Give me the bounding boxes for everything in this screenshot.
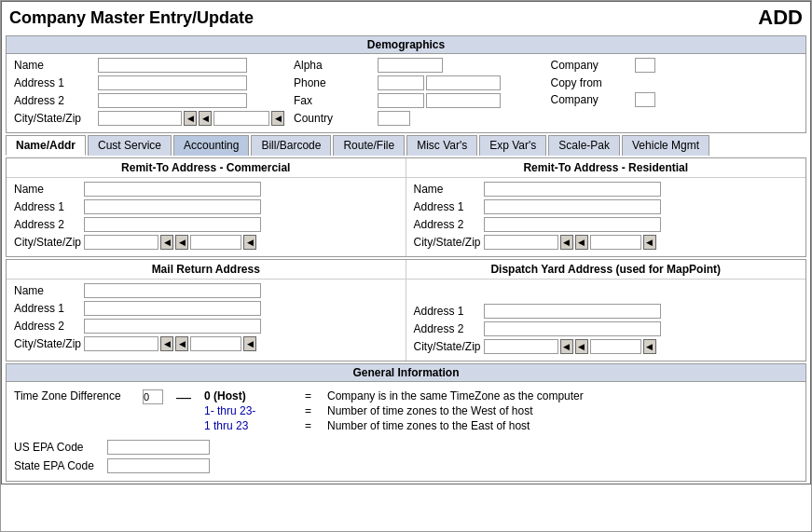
- company-label: Company: [551, 59, 635, 72]
- comm-state-arrow[interactable]: ◀: [175, 235, 188, 250]
- tab-bill-barcode[interactable]: Bill/Barcode: [251, 135, 331, 156]
- comm-addr2-label: Address 2: [14, 218, 84, 231]
- tz-dash-icon: —: [176, 389, 191, 406]
- demo-col1: Name Address 1 Address 2 City/State/Zip …: [14, 58, 284, 129]
- fax-area-input[interactable]: [378, 93, 424, 108]
- tz-key-2: 1 thru 23: [204, 419, 297, 432]
- mail-zip-input[interactable]: [190, 336, 241, 351]
- tabs-container: Name/Addr Cust Service Accounting Bill/B…: [6, 135, 806, 156]
- tab-name-addr[interactable]: Name/Addr: [6, 135, 86, 156]
- state-epa-input[interactable]: [107, 458, 210, 473]
- phone-area-input[interactable]: [378, 75, 424, 90]
- tz-key-1: 1- thru 23-: [204, 404, 297, 417]
- tab-scale-pak[interactable]: Scale-Pak: [548, 135, 620, 156]
- res-name-input[interactable]: [484, 182, 661, 197]
- dispatch-city-arrow[interactable]: ◀: [560, 339, 573, 354]
- tab-cust-service[interactable]: Cust Service: [88, 135, 172, 156]
- mail-name-input[interactable]: [84, 283, 261, 298]
- mail-return-body: Name Address 1 Address 2 City/State/Zip …: [7, 280, 406, 361]
- copy-from-label: Copy from: [551, 76, 635, 89]
- tz-desc-1: Number of time zones to the West of host: [327, 404, 533, 417]
- city-input[interactable]: [98, 111, 182, 126]
- tz-sep-1: =: [305, 404, 320, 417]
- alpha-input[interactable]: [378, 58, 443, 73]
- tz-key-0: 0 (Host): [204, 389, 297, 402]
- remit-section: Remit-To Address - Commercial Remit-To A…: [6, 157, 806, 257]
- comm-name-input[interactable]: [84, 182, 261, 197]
- dispatch-addr1-label: Address 1: [414, 305, 484, 318]
- comm-addr2-input[interactable]: [84, 217, 261, 232]
- tab-misc-vars[interactable]: Misc Var's: [406, 135, 477, 156]
- tab-vehicle-mgmt[interactable]: Vehicle Mgmt: [622, 135, 709, 156]
- tz-line-2: 1 thru 23 = Number of time zones to the …: [204, 419, 584, 432]
- address1-label: Address 1: [14, 76, 98, 89]
- tz-label: Time Zone Difference: [14, 389, 135, 402]
- fax-number-input[interactable]: [426, 93, 501, 108]
- remit-residential-header: Remit-To Address - Residential: [406, 158, 806, 177]
- us-epa-label: US EPA Code: [14, 441, 107, 454]
- name-label: Name: [14, 59, 98, 72]
- timezone-row: Time Zone Difference — 0 (Host) = Compan…: [14, 389, 798, 432]
- mail-city-input[interactable]: [84, 336, 158, 351]
- tz-info: 0 (Host) = Company is in the same TimeZo…: [204, 389, 584, 432]
- res-city-arrow[interactable]: ◀: [560, 235, 573, 250]
- city-state-zip-row: ◀ ◀ ◀: [98, 111, 284, 126]
- comm-addr1-label: Address 1: [14, 200, 84, 213]
- general-header: General Information: [7, 364, 805, 382]
- dispatch-addr2-input[interactable]: [484, 321, 661, 336]
- mail-zip-arrow[interactable]: ◀: [243, 336, 256, 351]
- tz-desc-2: Number of time zones to the East of host: [327, 419, 530, 432]
- name-input[interactable]: [98, 58, 247, 73]
- dispatch-state-arrow[interactable]: ◀: [575, 339, 588, 354]
- mail-addr2-input[interactable]: [84, 319, 261, 334]
- company2-label: Company: [551, 93, 635, 106]
- city-arrow[interactable]: ◀: [184, 111, 197, 126]
- mail-addr1-input[interactable]: [84, 301, 261, 316]
- res-addr2-input[interactable]: [484, 217, 661, 232]
- tab-accounting[interactable]: Accounting: [173, 135, 249, 156]
- state-epa-label: State EPA Code: [14, 459, 107, 472]
- dispatch-zip-input[interactable]: [590, 339, 641, 354]
- comm-city-input[interactable]: [84, 235, 158, 250]
- country-input[interactable]: [378, 111, 410, 126]
- tab-exp-vars[interactable]: Exp Var's: [479, 135, 546, 156]
- mail-state-arrow[interactable]: ◀: [175, 336, 188, 351]
- company-input[interactable]: [635, 58, 655, 73]
- tz-line-0: 0 (Host) = Company is in the same TimeZo…: [204, 389, 584, 402]
- res-city-input[interactable]: [484, 235, 558, 250]
- tz-input[interactable]: [143, 389, 163, 404]
- res-addr1-input[interactable]: [484, 199, 661, 214]
- state-arrow[interactable]: ◀: [199, 111, 212, 126]
- comm-zip-input[interactable]: [190, 235, 241, 250]
- dispatch-addr1-input[interactable]: [484, 304, 661, 319]
- zip-input[interactable]: [213, 111, 269, 126]
- page-header: Company Master Entry/Update ADD: [2, 2, 810, 34]
- comm-zip-arrow[interactable]: ◀: [243, 235, 256, 250]
- phone-number-input[interactable]: [426, 75, 501, 90]
- alpha-label: Alpha: [294, 59, 378, 72]
- address1-input[interactable]: [98, 75, 247, 90]
- page-title: Company Master Entry/Update: [9, 8, 254, 28]
- mail-city-arrow[interactable]: ◀: [160, 336, 173, 351]
- us-epa-input[interactable]: [107, 440, 210, 455]
- res-zip-arrow[interactable]: ◀: [643, 235, 656, 250]
- dispatch-yard-body: Address 1 Address 2 City/State/Zip ◀ ◀ ◀: [406, 280, 806, 361]
- address2-input[interactable]: [98, 93, 247, 108]
- zip-arrow[interactable]: ◀: [271, 111, 284, 126]
- tab-route-file[interactable]: Route/File: [333, 135, 405, 156]
- res-zip-input[interactable]: [590, 235, 641, 250]
- copy-company-input[interactable]: [635, 92, 655, 107]
- comm-city-arrow[interactable]: ◀: [160, 235, 173, 250]
- demo-col2: Alpha Phone Fax Country: [294, 58, 542, 129]
- page-mode: ADD: [758, 6, 803, 30]
- tz-desc-0: Company is in the same TimeZone as the c…: [327, 389, 584, 402]
- comm-addr1-input[interactable]: [84, 199, 261, 214]
- dispatch-zip-arrow[interactable]: ◀: [643, 339, 656, 354]
- general-section: General Information Time Zone Difference…: [6, 363, 806, 482]
- res-state-arrow[interactable]: ◀: [575, 235, 588, 250]
- epa-section: US EPA Code State EPA Code: [14, 440, 798, 473]
- dispatch-city-input[interactable]: [484, 339, 558, 354]
- state-epa-row: State EPA Code: [14, 458, 798, 473]
- comm-city-label: City/State/Zip: [14, 236, 84, 249]
- res-addr1-label: Address 1: [414, 200, 484, 213]
